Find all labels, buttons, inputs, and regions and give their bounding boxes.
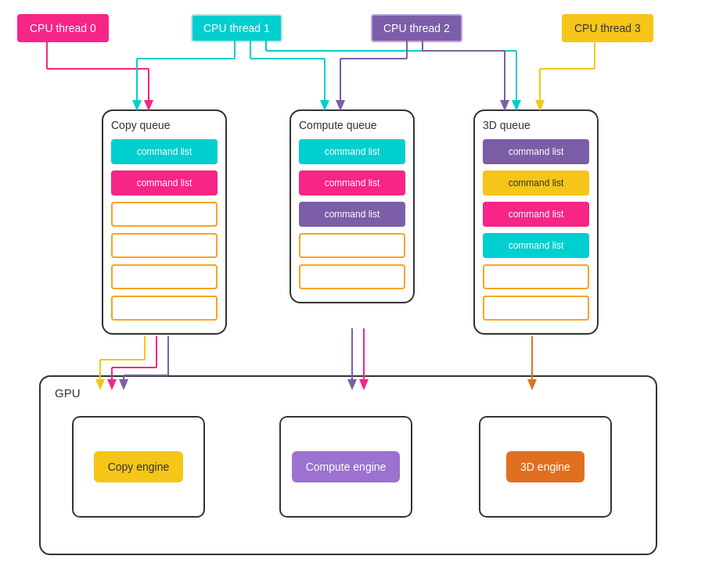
cmd-item: command list	[483, 202, 589, 227]
3d-queue: 3D queue command list command list comma…	[473, 109, 599, 335]
cpu-thread-0: CPU thread 0	[17, 14, 109, 42]
cpu-thread-2-label: CPU thread 2	[383, 22, 450, 34]
gpu-label: GPU	[55, 386, 81, 400]
cmd-item-empty	[483, 264, 589, 289]
gpu-container: GPU Copy engine Compute engine 3D engine	[39, 375, 657, 555]
cmd-item: command list	[299, 170, 405, 195]
copy-engine-box: Copy engine	[72, 416, 205, 518]
cmd-item-empty	[111, 264, 218, 289]
cpu-thread-0-label: CPU thread 0	[30, 22, 96, 34]
cmd-item: command list	[483, 170, 589, 195]
compute-engine-label: Compute engine	[292, 451, 401, 482]
compute-engine-box: Compute engine	[279, 416, 412, 518]
cpu-thread-1: CPU thread 1	[191, 14, 282, 42]
cmd-item-empty	[299, 233, 405, 258]
copy-queue-label: Copy queue	[111, 119, 218, 131]
cpu-thread-1-label: CPU thread 1	[203, 22, 270, 34]
copy-engine-label: Copy engine	[94, 451, 184, 482]
cmd-item-empty	[111, 233, 218, 258]
cmd-item: command list	[111, 170, 218, 195]
cmd-item: command list	[299, 202, 405, 227]
3d-engine-label: 3D engine	[506, 451, 585, 482]
cpu-thread-3: CPU thread 3	[562, 14, 653, 42]
3d-queue-label: 3D queue	[483, 119, 589, 131]
cmd-item: command list	[483, 233, 589, 258]
copy-queue: Copy queue command list command list	[102, 109, 227, 335]
cmd-item-empty	[111, 296, 218, 321]
diagram: CPU thread 0 CPU thread 1 CPU thread 2 C…	[0, 0, 705, 588]
cmd-item-empty	[111, 202, 218, 227]
cmd-item: command list	[483, 139, 589, 164]
cpu-thread-2: CPU thread 2	[371, 14, 462, 42]
3d-engine-box: 3D engine	[479, 416, 612, 518]
cmd-item-empty	[483, 296, 589, 321]
compute-queue: Compute queue command list command list …	[290, 109, 415, 303]
cmd-item: command list	[111, 139, 218, 164]
cmd-item: command list	[299, 139, 405, 164]
compute-queue-label: Compute queue	[299, 119, 405, 131]
cmd-item-empty	[299, 264, 405, 289]
cpu-thread-3-label: CPU thread 3	[574, 22, 641, 34]
